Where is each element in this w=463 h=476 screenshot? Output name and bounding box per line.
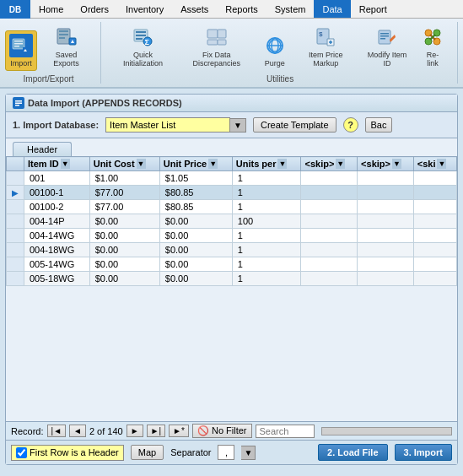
ribbon-btn-fix-data[interactable]: Fix Data Discrepancies bbox=[178, 22, 256, 71]
cell-unit-cost: $0.00 bbox=[89, 229, 159, 243]
row-marker bbox=[7, 272, 24, 286]
load-file-button[interactable]: 2. Load File bbox=[318, 444, 388, 461]
ribbon-group-import-export: Import Saved Exports Import/Export bbox=[5, 22, 101, 84]
data-table-wrapper[interactable]: Item ID ▼ Unit Cost ▼ Un bbox=[6, 156, 457, 421]
separator-dropdown-arrow[interactable]: ▼ bbox=[241, 446, 256, 460]
cell-unit-cost: $0.00 bbox=[89, 243, 159, 257]
nav-assets[interactable]: Assets bbox=[172, 0, 217, 18]
database-dropdown-arrow[interactable]: ▼ bbox=[230, 118, 246, 133]
table-row[interactable]: 00100-2 $77.00 $80.85 1 bbox=[7, 200, 457, 214]
nav-first-btn[interactable]: |◄ bbox=[47, 425, 67, 437]
nav-next-btn[interactable]: ► bbox=[127, 425, 143, 437]
ribbon-btn-item-price[interactable]: $ Item Price Markup bbox=[294, 22, 358, 71]
nav-home[interactable]: Home bbox=[30, 0, 72, 18]
header-tab-row: Header bbox=[6, 138, 457, 156]
svg-rect-32 bbox=[380, 38, 385, 40]
purge-icon bbox=[263, 34, 287, 57]
no-filter-icon: 🚫 bbox=[197, 425, 209, 435]
cell-skip1 bbox=[301, 200, 358, 214]
cell-skip2 bbox=[358, 243, 414, 257]
nav-reports[interactable]: Reports bbox=[217, 0, 266, 18]
cell-item-id: 004-14WG bbox=[24, 229, 90, 243]
svg-rect-21 bbox=[218, 40, 226, 45]
table-body: 001 $1.00 $1.05 1 ▶ 00100-1 $77.00 $80.8… bbox=[7, 171, 457, 286]
cell-units-per: 1 bbox=[232, 272, 301, 286]
search-input[interactable] bbox=[256, 425, 315, 438]
ribbon-btn-saved-exports[interactable]: Saved Exports bbox=[40, 22, 92, 71]
ribbon-btn-quick-init[interactable]: Σ Quick Initialization bbox=[111, 22, 175, 71]
svg-rect-40 bbox=[15, 100, 22, 102]
ribbon-btn-relink[interactable]: Re-link bbox=[417, 22, 449, 71]
saved-exports-icon bbox=[55, 25, 78, 49]
cell-skip3 bbox=[413, 243, 456, 257]
cell-skip1 bbox=[301, 186, 358, 200]
table-row[interactable]: 004-14P $0.00 $0.00 100 bbox=[7, 214, 457, 229]
quick-init-icon: Σ bbox=[131, 25, 154, 49]
cell-skip2 bbox=[358, 272, 414, 286]
col-skip1: <skip> ▼ bbox=[301, 157, 358, 171]
svg-rect-29 bbox=[379, 30, 390, 44]
col-unit-cost-filter[interactable]: ▼ bbox=[137, 159, 146, 169]
table-row[interactable]: 004-14WG $0.00 $0.00 1 bbox=[7, 229, 457, 243]
nav-data[interactable]: Data bbox=[314, 0, 350, 18]
col-units-per-filter[interactable]: ▼ bbox=[277, 159, 287, 169]
import-button[interactable]: 3. Import bbox=[395, 444, 452, 461]
cell-skip1 bbox=[301, 243, 358, 257]
svg-rect-13 bbox=[136, 31, 146, 33]
ribbon-btn-purge[interactable]: Purge bbox=[259, 30, 291, 71]
nav-system[interactable]: System bbox=[266, 0, 315, 18]
import-icon bbox=[9, 34, 33, 57]
create-template-button[interactable]: Create Template bbox=[253, 117, 336, 133]
cell-units-per: 1 bbox=[232, 229, 301, 243]
cell-skip3 bbox=[413, 229, 456, 243]
col-unit-price-filter[interactable]: ▼ bbox=[208, 159, 218, 169]
nav-orders[interactable]: Orders bbox=[72, 0, 117, 18]
row-marker bbox=[7, 257, 24, 272]
nav-report[interactable]: Report bbox=[351, 0, 396, 18]
svg-text:Σ: Σ bbox=[145, 38, 150, 46]
col-skip3-filter[interactable]: ▼ bbox=[437, 159, 446, 169]
database-dropdown-input[interactable] bbox=[105, 117, 230, 133]
cell-units-per: 1 bbox=[232, 171, 301, 186]
table-row[interactable]: 005-18WG $0.00 $0.00 1 bbox=[7, 272, 457, 286]
table-row[interactable]: 001 $1.00 $1.05 1 bbox=[7, 171, 457, 186]
cell-unit-price: $0.00 bbox=[159, 272, 232, 286]
first-row-header-checkbox[interactable] bbox=[16, 447, 27, 458]
table-row[interactable]: 004-18WG $0.00 $0.00 1 bbox=[7, 243, 457, 257]
col-skip2: <skip> ▼ bbox=[358, 157, 414, 171]
scroll-area[interactable] bbox=[321, 427, 452, 435]
nav-new-btn[interactable]: ►* bbox=[169, 425, 189, 437]
relink-icon bbox=[421, 25, 444, 49]
col-skip2-filter[interactable]: ▼ bbox=[392, 159, 401, 169]
back-button[interactable]: Bac bbox=[365, 117, 393, 133]
nav-prev-btn[interactable]: ◄ bbox=[69, 425, 86, 437]
fix-data-icon bbox=[205, 25, 229, 49]
svg-rect-20 bbox=[207, 40, 218, 45]
ribbon-btn-modify-item[interactable]: Modify Item ID bbox=[361, 22, 413, 71]
table-row[interactable]: ▶ 00100-1 $77.00 $80.85 1 bbox=[7, 186, 457, 200]
col-marker bbox=[7, 157, 24, 171]
cell-skip3 bbox=[413, 171, 456, 186]
cell-skip1 bbox=[301, 257, 358, 272]
col-item-id-filter[interactable]: ▼ bbox=[61, 159, 70, 169]
col-skip1-filter[interactable]: ▼ bbox=[336, 159, 345, 169]
svg-rect-41 bbox=[15, 103, 22, 105]
nav-inventory[interactable]: Inventory bbox=[117, 0, 172, 18]
row-play-icon: ▶ bbox=[12, 188, 19, 197]
bottom-bar: First Row is a Header Map Separator ▼ 2.… bbox=[6, 440, 457, 464]
cell-unit-price: $80.85 bbox=[159, 200, 232, 214]
ribbon-btn-import[interactable]: Import bbox=[5, 30, 37, 71]
table-row[interactable]: 005-14WG $0.00 $0.00 1 bbox=[7, 257, 457, 272]
col-item-id: Item ID ▼ bbox=[24, 157, 90, 171]
panel-title: Data Import (APPENDS RECORDS) bbox=[6, 95, 457, 112]
svg-rect-9 bbox=[59, 37, 65, 39]
help-icon[interactable]: ? bbox=[343, 117, 358, 133]
map-button[interactable]: Map bbox=[131, 445, 164, 460]
header-tab[interactable]: Header bbox=[13, 142, 72, 156]
no-filter-label: No Filter bbox=[212, 425, 247, 435]
no-filter-btn[interactable]: 🚫 No Filter bbox=[192, 424, 252, 438]
nav-last-btn[interactable]: ►| bbox=[147, 425, 166, 437]
separator-input[interactable] bbox=[218, 445, 234, 460]
cell-item-id: 005-14WG bbox=[24, 257, 90, 272]
svg-rect-14 bbox=[136, 35, 146, 36]
